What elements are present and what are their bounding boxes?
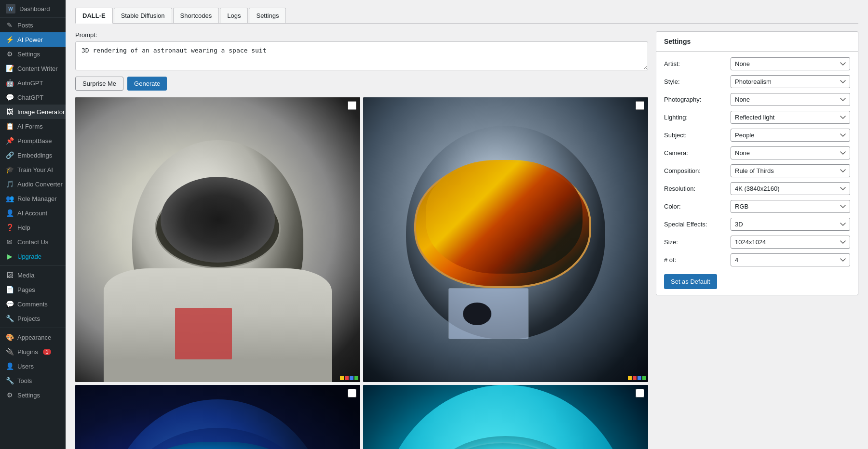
surprise-me-button[interactable]: Surprise Me: [75, 77, 123, 91]
artist-select[interactable]: None Van Gogh Picasso Monet: [731, 57, 850, 70]
sidebar-item-train-your-ai[interactable]: 🎓 Train Your AI: [0, 162, 66, 177]
astronaut-image-2: [363, 97, 648, 382]
num-of-label: # of:: [664, 256, 727, 264]
settings-row-artist: Artist: None Van Gogh Picasso Monet: [664, 57, 850, 70]
sidebar-item-users[interactable]: 👤 Users: [0, 359, 66, 373]
composition-select[interactable]: None Rule of Thirds Golden Ratio Symmetr…: [731, 164, 850, 177]
sidebar-item-label: AI Power: [17, 36, 43, 43]
sidebar-item-settings2[interactable]: ⚙ Settings: [0, 388, 66, 402]
set-as-default-button[interactable]: Set as Default: [664, 274, 717, 289]
wordpress-icon: W: [6, 4, 15, 13]
users-icon: 👤: [6, 362, 14, 370]
sidebar-item-audio-converter[interactable]: 🎵 Audio Converter: [0, 177, 66, 191]
sidebar-item-role-manager[interactable]: 👥 Role Manager: [0, 191, 66, 206]
sidebar-item-label: Plugins: [17, 348, 38, 356]
settings-row-composition: Composition: None Rule of Thirds Golden …: [664, 164, 850, 177]
sidebar-item-tools[interactable]: 🔧 Tools: [0, 373, 66, 388]
color-dot-blue-2: [637, 376, 641, 380]
sidebar-item-label: Image Generator: [17, 108, 65, 116]
sidebar-item-help[interactable]: ❓ Help: [0, 220, 66, 235]
help-icon: ❓: [6, 224, 14, 231]
image-2-checkbox[interactable]: [636, 101, 644, 110]
resolution-select[interactable]: None 4K (3840x2160) HD (1920x1080) 2K (2…: [731, 182, 850, 195]
image-3-checkbox[interactable]: [348, 389, 356, 397]
sidebar-item-autogpt[interactable]: 🤖 AutoGPT: [0, 76, 66, 90]
settings-row-camera: Camera: None DSLR Film: [664, 146, 850, 159]
sidebar-item-label: Help: [17, 224, 30, 231]
style-select[interactable]: Photorealism Abstract Impressionism: [731, 75, 850, 88]
tab-settings[interactable]: Settings: [249, 8, 286, 23]
sidebar-item-label: PromptBase: [17, 137, 52, 145]
sidebar-item-appearance[interactable]: 🎨 Appearance: [0, 330, 66, 344]
tab-dalle[interactable]: DALL-E: [75, 8, 113, 24]
train-ai-icon: 🎓: [6, 166, 14, 173]
sidebar-item-label: Projects: [17, 315, 40, 322]
sidebar-item-label: Content Writer: [17, 65, 58, 72]
posts-icon: ✎: [6, 21, 14, 29]
sidebar-item-image-generator[interactable]: 🖼 Image Generator: [0, 105, 66, 119]
settings-row-special-effects: Special Effects: None 3D HDR Bokeh: [664, 218, 850, 231]
image-cell-4: [363, 385, 648, 449]
sidebar-item-ai-power[interactable]: ⚡ AI Power: [0, 32, 66, 47]
size-select[interactable]: 256x256 512x512 1024x1024 1024x1792: [731, 236, 850, 249]
sidebar-item-contact-us[interactable]: ✉ Contact Us: [0, 235, 66, 249]
prompt-textarea[interactable]: [75, 41, 648, 70]
sidebar-item-label: Audio Converter: [17, 181, 63, 188]
sidebar-logo[interactable]: W Dashboard: [0, 0, 66, 18]
generate-button[interactable]: Generate: [127, 77, 167, 91]
sidebar-item-label: Comments: [17, 301, 48, 308]
sidebar-item-pages[interactable]: 📄 Pages: [0, 282, 66, 297]
sidebar-item-label: AI Account: [17, 210, 47, 217]
tab-bar: DALL-E Stable Diffusion Shortcodes Logs …: [75, 8, 858, 24]
color-select[interactable]: None RGB CMYK Grayscale: [731, 200, 850, 213]
left-panel: Prompt: Surprise Me Generate: [75, 31, 648, 449]
ai-account-icon: 👤: [6, 209, 14, 217]
color-dot-red-2: [633, 376, 637, 380]
sidebar-item-content-writer[interactable]: 📝 Content Writer: [0, 61, 66, 76]
sidebar-item-embeddings[interactable]: 🔗 Embeddings: [0, 148, 66, 162]
autogpt-icon: 🤖: [6, 79, 14, 87]
sidebar-item-ai-forms[interactable]: 📋 AI Forms: [0, 119, 66, 133]
dashboard-label: Dashboard: [19, 5, 50, 13]
settings-icon: ⚙: [6, 50, 14, 58]
subject-label: Subject:: [664, 132, 727, 139]
sidebar-item-label: Train Your AI: [17, 166, 53, 173]
tab-shortcodes[interactable]: Shortcodes: [173, 8, 219, 23]
photography-select[interactable]: None Portrait Landscape: [731, 93, 850, 106]
settings-panel-body: Artist: None Van Gogh Picasso Monet Styl…: [656, 52, 858, 295]
sidebar-item-posts[interactable]: ✎ Posts: [0, 18, 66, 32]
sidebar-item-comments[interactable]: 💬 Comments: [0, 297, 66, 311]
chatgpt-icon: 💬: [6, 93, 14, 101]
subject-select[interactable]: None People Animals Architecture: [731, 129, 850, 142]
num-of-select[interactable]: 1 2 3 4 5: [731, 253, 850, 266]
style-label: Style:: [664, 78, 727, 85]
settings-panel-title: Settings: [656, 32, 858, 52]
sidebar-item-settings[interactable]: ⚙ Settings: [0, 47, 66, 61]
sidebar-item-label: Settings: [17, 51, 40, 58]
audio-converter-icon: 🎵: [6, 180, 14, 188]
lighting-select[interactable]: None Reflected light Natural light Studi…: [731, 111, 850, 124]
sidebar-item-label: AI Forms: [17, 123, 43, 130]
contact-icon: ✉: [6, 238, 14, 246]
special-effects-select[interactable]: None 3D HDR Bokeh: [731, 218, 850, 231]
sidebar-item-label: Posts: [17, 22, 33, 29]
special-effects-label: Special Effects:: [664, 221, 727, 228]
sidebar-item-label: Settings: [17, 392, 40, 399]
sidebar-item-projects[interactable]: 🔧 Projects: [0, 311, 66, 326]
sidebar-item-label: AutoGPT: [17, 79, 43, 87]
color-dot-green: [354, 376, 358, 380]
media-icon: 🖼: [6, 271, 14, 279]
tab-stable-diffusion[interactable]: Stable Diffusion: [114, 8, 172, 23]
image-4-checkbox[interactable]: [636, 389, 644, 397]
tab-logs[interactable]: Logs: [220, 8, 248, 23]
image-1-checkbox[interactable]: [348, 101, 356, 110]
sidebar-item-ai-account[interactable]: 👤 AI Account: [0, 206, 66, 220]
sidebar-item-promptbase[interactable]: 📌 PromptBase: [0, 133, 66, 148]
camera-select[interactable]: None DSLR Film: [731, 146, 850, 159]
sidebar-item-plugins[interactable]: 🔌 Plugins 1: [0, 344, 66, 359]
sidebar-item-label: Role Manager: [17, 195, 57, 202]
sidebar-item-chatgpt[interactable]: 💬 ChatGPT: [0, 90, 66, 105]
sidebar-item-media[interactable]: 🖼 Media: [0, 268, 66, 282]
sidebar-item-upgrade[interactable]: ▶ Upgrade: [0, 249, 66, 264]
settings-row-lighting: Lighting: None Reflected light Natural l…: [664, 111, 850, 124]
